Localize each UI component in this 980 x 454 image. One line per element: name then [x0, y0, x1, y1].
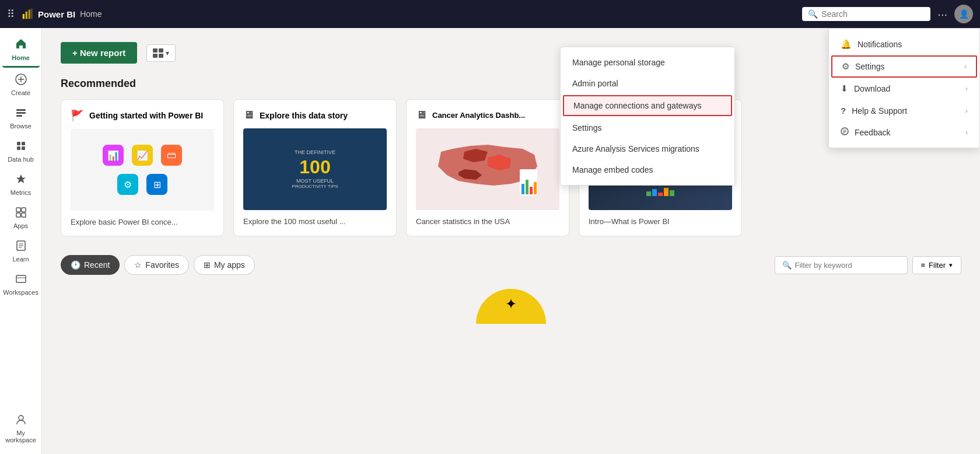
more-options-button[interactable]: ··· [937, 8, 947, 21]
filter-icon: ≡ [921, 261, 926, 270]
ctx-manage-embed[interactable]: Manage embed codes [561, 159, 734, 180]
sidebar-label-metrics: Metrics [10, 189, 31, 196]
gs-icon-yellow: 📈 [132, 145, 153, 166]
sm-feedback-label: Feedback [855, 128, 890, 137]
sidebar-item-datahub[interactable]: Data hub [2, 135, 40, 167]
filter-chevron-icon: ▾ [949, 261, 953, 269]
sidebar-label-datahub: Data hub [8, 156, 34, 163]
myworkspace-icon [15, 414, 27, 428]
tips-most-useful: MOST USEFUL [296, 178, 334, 184]
card-getting-started[interactable]: 🚩 Getting started with Power BI 📊 📈 🗃 [61, 99, 224, 236]
svg-rect-22 [16, 275, 26, 282]
card-thumb-cancer [416, 128, 559, 210]
grid-icon[interactable]: ⠿ [7, 8, 15, 20]
card-title-data-story: Explore this data story [260, 111, 348, 120]
card-thumb-data-story: THE DEFINITIVE 100 MOST USEFUL PRODUCTIV… [243, 128, 387, 210]
svg-rect-32 [530, 187, 533, 194]
tab-myapps[interactable]: ⊞ My apps [194, 255, 255, 275]
card-title-cancer: Cancer Analytics Dashb... [432, 111, 525, 120]
sidebar-label-apps: Apps [13, 222, 28, 229]
svg-rect-3 [32, 9, 33, 19]
settings-chevron-icon: › [964, 62, 967, 71]
cards-row: 🚩 Getting started with Power BI 📊 📈 🗃 [61, 99, 961, 236]
context-menu: Manage personal storage Admin portal Man… [560, 47, 735, 186]
ctx-admin-portal[interactable]: Admin portal [561, 73, 734, 94]
svg-rect-30 [522, 184, 524, 194]
notifications-icon: 🔔 [841, 39, 852, 50]
sidebar-label-myworkspace: My workspace [5, 429, 36, 443]
tips-definitive: THE DEFINITIVE [295, 149, 335, 155]
settings-menu: 🔔 Notifications ⚙ Settings › ⬇ Download … [828, 28, 980, 148]
apps-icon [15, 207, 27, 221]
sm-settings-label: Settings [855, 62, 885, 71]
tab-favorites[interactable]: ☆ Favorites [124, 255, 189, 275]
ctx-settings-inner[interactable]: Settings [561, 117, 734, 138]
mascot: ✦ [476, 289, 546, 324]
user-avatar[interactable]: 👤 [954, 5, 973, 23]
help-chevron-icon: › [965, 107, 968, 115]
svg-rect-25 [153, 48, 158, 53]
brand-name: Power BI [38, 9, 75, 19]
sidebar-label-home: Home [12, 54, 30, 61]
sidebar-item-learn[interactable]: Learn [2, 235, 40, 267]
svg-rect-28 [159, 54, 163, 58]
card-desc-data-story: Explore the 100 most useful ... [243, 217, 387, 226]
recommended-title: Recommended [61, 78, 961, 90]
favorites-icon: ☆ [134, 260, 142, 270]
card-cancer-stats[interactable]: 🖥 Cancer Analytics Dashb... [406, 99, 569, 236]
sm-help-support[interactable]: ? Help & Support › [829, 100, 979, 121]
sm-download[interactable]: ⬇ Download › [829, 78, 979, 100]
svg-rect-16 [16, 213, 20, 217]
svg-rect-11 [22, 142, 25, 145]
sidebar-item-apps[interactable]: Apps [2, 202, 40, 234]
layout: Home Create Browse [0, 28, 980, 454]
sidebar-item-home[interactable]: Home [2, 33, 40, 68]
new-report-button[interactable]: + New report [61, 42, 137, 64]
filter-button[interactable]: ≡ Filter ▾ [912, 256, 961, 274]
filter-keyword-input[interactable] [795, 261, 900, 270]
sidebar-item-workspaces[interactable]: Workspaces [2, 268, 40, 301]
sidebar-item-browse[interactable]: Browse [2, 102, 40, 134]
tab-recent[interactable]: 🕐 Recent [61, 255, 120, 275]
sm-settings[interactable]: ⚙ Settings › [831, 55, 977, 78]
sm-notifications-label: Notifications [858, 40, 902, 49]
ctx-manage-storage[interactable]: Manage personal storage [561, 52, 734, 73]
sm-notifications[interactable]: 🔔 Notifications [829, 33, 979, 55]
main-header: + New report ▾ [61, 42, 961, 64]
card-desc-getting-started: Explore basic Power BI conce... [71, 218, 214, 226]
search-input[interactable] [821, 9, 925, 19]
sidebar-item-metrics[interactable]: Metrics [2, 169, 40, 201]
ctx-azure-migration[interactable]: Azure Analysis Services migrations [561, 138, 734, 159]
download-icon: ⬇ [841, 83, 848, 94]
datahub-icon [15, 140, 27, 155]
card-data-story[interactable]: 🖥 Explore this data story THE DEFINITIVE… [233, 99, 397, 236]
home-icon [15, 37, 27, 53]
svg-rect-13 [22, 146, 25, 150]
filter-search-icon: 🔍 [782, 261, 792, 270]
powerbi-logo-icon [22, 8, 33, 20]
sidebar-label-learn: Learn [12, 256, 29, 263]
brand: Power BI Home [22, 8, 102, 20]
svg-rect-10 [17, 142, 20, 145]
tab-row: 🕐 Recent ☆ Favorites ⊞ My apps 🔍 ≡ [61, 255, 961, 275]
mascot-sparkle-icon: ✦ [505, 296, 517, 312]
help-icon: ? [841, 106, 846, 116]
usa-map-svg [429, 134, 546, 204]
filter-label: Filter [929, 261, 946, 270]
filter-search-box[interactable]: 🔍 [775, 256, 908, 274]
svg-rect-26 [159, 48, 163, 53]
svg-rect-15 [22, 208, 26, 212]
gs-icon-magenta: 📊 [103, 145, 124, 166]
metrics-icon [15, 173, 27, 188]
myapps-icon: ⊞ [204, 260, 211, 270]
svg-point-24 [19, 415, 23, 420]
sidebar-item-myworkspace[interactable]: My workspace [2, 409, 40, 448]
svg-rect-12 [17, 146, 20, 150]
sidebar-item-create[interactable]: Create [2, 69, 40, 101]
sm-feedback[interactable]: Feedback › [829, 121, 979, 143]
view-toggle-button[interactable]: ▾ [146, 44, 176, 62]
sm-download-label: Download [854, 84, 890, 93]
ctx-manage-connections[interactable]: Manage connections and gateways [563, 95, 732, 116]
tab-myapps-label: My apps [214, 260, 245, 270]
search-box[interactable]: 🔍 [802, 7, 930, 21]
